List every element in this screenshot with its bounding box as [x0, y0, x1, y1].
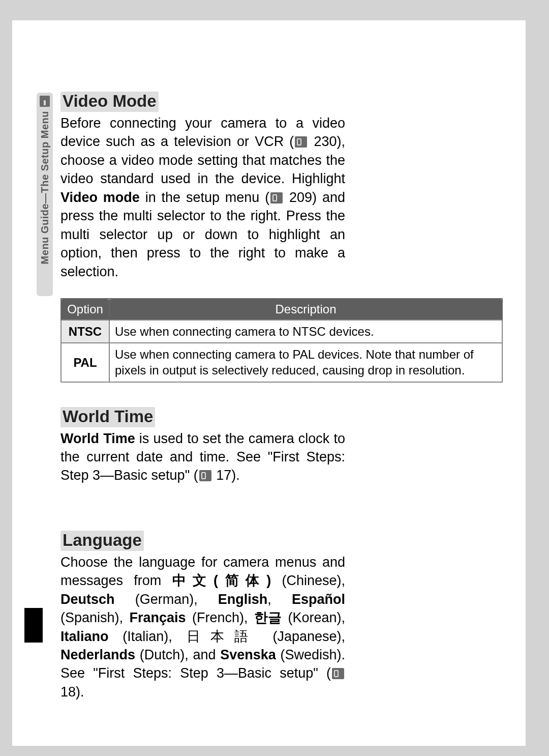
manual-page: Menu Guide—The Setup Menu Video Mode Bef…: [12, 20, 526, 746]
lang-option: Deutsch: [60, 592, 115, 607]
page-ref-icon: [295, 136, 307, 148]
text-run: ,: [267, 592, 292, 607]
lang-option: Italiano: [60, 629, 109, 644]
text-run: (German),: [115, 592, 218, 607]
text-run: ).: [76, 684, 84, 700]
col-header-option: Option: [61, 299, 109, 320]
option-desc-cell: Use when connecting camera to NTSC devic…: [109, 320, 502, 343]
lang-option: 한글: [254, 610, 282, 625]
text-run: in the setup menu (: [140, 190, 269, 205]
lang-option: 中文(简体): [172, 573, 271, 588]
section-tab-label: Menu Guide—The Setup Menu: [39, 109, 51, 266]
table-row: NTSC Use when connecting camera to NTSC …: [61, 320, 502, 343]
page-ref-number: 209: [284, 190, 312, 205]
text-run: (Chinese),: [271, 573, 345, 588]
thumb-index-mark: [24, 608, 43, 643]
world-time-paragraph: World Time is used to set the camera clo…: [60, 429, 345, 485]
video-mode-options-table: Option Description NTSC Use when connect…: [60, 298, 503, 383]
lang-option: Nederlands: [60, 647, 135, 662]
heading-video-mode: Video Mode: [60, 92, 159, 112]
page-ref-icon: [270, 192, 283, 203]
lang-option: English: [218, 592, 268, 607]
heading-world-time: World Time: [60, 407, 155, 427]
col-header-description: Description: [109, 299, 502, 320]
text-run: (Dutch), and: [135, 647, 220, 662]
lang-option: Español: [292, 592, 345, 607]
wrench-icon: [40, 96, 50, 107]
page-ref-icon: [199, 470, 211, 481]
text-run: (French),: [186, 610, 254, 625]
table-row: PAL Use when connecting camera to PAL de…: [61, 343, 502, 382]
text-run: (Italian), 日本語 (Japanese),: [109, 629, 345, 644]
table-header-row: Option Description: [61, 299, 502, 320]
page-ref-number: 230: [308, 134, 337, 149]
page-ref-icon: [332, 668, 344, 679]
text-run: ).: [231, 468, 240, 483]
video-mode-paragraph: Before connecting your camera to a video…: [60, 114, 345, 281]
heading-language: Language: [60, 531, 144, 551]
page-ref-number: 17: [212, 468, 232, 483]
lang-option: Svenska: [220, 647, 276, 662]
text-run: (Spanish),: [60, 610, 130, 625]
option-name-cell: PAL: [61, 343, 109, 382]
text-run: (Korean),: [282, 610, 345, 625]
term-bold: World Time: [60, 431, 135, 446]
section-tab: Menu Guide—The Setup Menu: [37, 93, 53, 296]
language-paragraph: Choose the language for camera menus and…: [60, 553, 345, 702]
option-desc-cell: Use when connecting camera to PAL device…: [109, 343, 502, 382]
lang-option: Français: [130, 610, 186, 625]
option-name-cell: NTSC: [61, 320, 109, 343]
menu-item-name: Video mode: [60, 190, 140, 205]
page-ref-number: 18: [60, 684, 76, 700]
